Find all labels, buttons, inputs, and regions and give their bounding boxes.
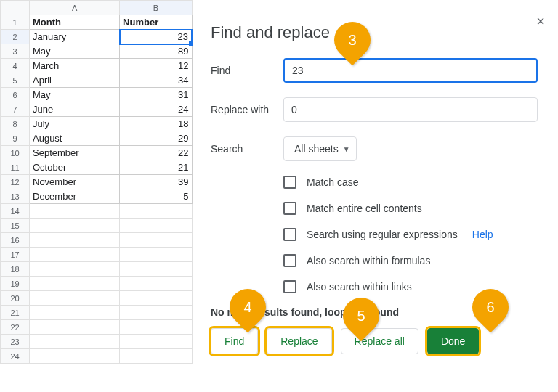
cell[interactable]: Month [30, 15, 120, 30]
help-link[interactable]: Help [472, 229, 493, 240]
check-match-case[interactable]: Match case [283, 176, 538, 189]
check-entire-cell[interactable]: Match entire cell contents [283, 202, 538, 215]
cell[interactable]: 23 [120, 30, 192, 44]
cell[interactable]: December [30, 189, 120, 204]
cell[interactable] [30, 349, 120, 364]
row-number[interactable]: 22 [1, 320, 30, 335]
row-number[interactable]: 6 [1, 88, 30, 102]
cell[interactable] [120, 219, 192, 233]
cell[interactable] [120, 306, 192, 320]
cell[interactable] [30, 277, 120, 291]
spreadsheet-grid[interactable]: A B 1MonthNumber2January233May894March12… [0, 0, 193, 364]
find-input[interactable] [283, 58, 538, 83]
replace-input[interactable] [283, 97, 538, 122]
cell[interactable]: May [30, 88, 120, 102]
row-number[interactable]: 18 [1, 262, 30, 277]
cell[interactable] [30, 306, 120, 320]
cell[interactable] [120, 248, 192, 262]
search-scope-value: All sheets [294, 143, 339, 155]
cell[interactable] [30, 233, 120, 248]
cell[interactable] [30, 291, 120, 306]
find-button[interactable]: Find [211, 328, 258, 354]
row-number[interactable]: 20 [1, 291, 30, 306]
cell[interactable]: 39 [120, 175, 192, 189]
row-number[interactable]: 19 [1, 277, 30, 291]
checkbox-icon[interactable] [283, 202, 296, 215]
row-number[interactable]: 2 [1, 30, 30, 44]
cell[interactable]: September [30, 146, 120, 160]
row-number[interactable]: 10 [1, 146, 30, 160]
cell[interactable]: 12 [120, 59, 192, 73]
cell[interactable]: 34 [120, 73, 192, 88]
cell[interactable]: Number [120, 15, 192, 30]
cell[interactable]: April [30, 73, 120, 88]
cell[interactable]: 22 [120, 146, 192, 160]
row-number[interactable]: 16 [1, 233, 30, 248]
row-number[interactable]: 7 [1, 102, 30, 117]
col-header-a[interactable]: A [30, 1, 120, 15]
check-label: Match case [307, 176, 359, 188]
checkbox-icon[interactable] [283, 254, 296, 267]
check-label: Also search within links [307, 281, 412, 293]
cell[interactable] [30, 219, 120, 233]
row-number[interactable]: 23 [1, 335, 30, 349]
cell[interactable] [120, 335, 192, 349]
checkbox-icon[interactable] [283, 176, 296, 189]
cell[interactable]: August [30, 131, 120, 146]
row-number[interactable]: 8 [1, 117, 30, 131]
cell[interactable]: 31 [120, 88, 192, 102]
cell[interactable] [120, 291, 192, 306]
col-header-b[interactable]: B [120, 1, 192, 15]
row-number[interactable]: 17 [1, 248, 30, 262]
cell[interactable]: 21 [120, 160, 192, 175]
cell[interactable]: 24 [120, 102, 192, 117]
corner-cell[interactable] [1, 1, 30, 15]
check-formulas[interactable]: Also search within formulas [283, 254, 538, 267]
row-number[interactable]: 4 [1, 59, 30, 73]
cell[interactable]: 29 [120, 131, 192, 146]
cell[interactable]: 18 [120, 117, 192, 131]
row-number[interactable]: 24 [1, 349, 30, 364]
cell[interactable]: May [30, 44, 120, 59]
cell[interactable] [30, 335, 120, 349]
cell[interactable] [120, 204, 192, 219]
row-number[interactable]: 5 [1, 73, 30, 88]
row-number[interactable]: 12 [1, 175, 30, 189]
close-icon[interactable]: × [536, 13, 545, 30]
search-label: Search [211, 143, 283, 155]
cell[interactable] [30, 320, 120, 335]
replace-button[interactable]: Replace [267, 328, 331, 354]
cell[interactable]: March [30, 59, 120, 73]
row-number[interactable]: 9 [1, 131, 30, 146]
search-scope-select[interactable]: All sheets ▼ [283, 136, 357, 161]
cell[interactable] [120, 277, 192, 291]
cell[interactable] [120, 233, 192, 248]
row-number[interactable]: 3 [1, 44, 30, 59]
row-number[interactable]: 1 [1, 15, 30, 30]
cell[interactable]: July [30, 117, 120, 131]
cell[interactable] [120, 262, 192, 277]
cell[interactable]: 89 [120, 44, 192, 59]
check-label: Match entire cell contents [307, 203, 422, 214]
row-number[interactable]: 14 [1, 204, 30, 219]
row-number[interactable]: 21 [1, 306, 30, 320]
checkbox-icon[interactable] [283, 228, 296, 241]
cell[interactable]: January [30, 30, 120, 44]
cell[interactable] [30, 248, 120, 262]
cell[interactable]: October [30, 160, 120, 175]
check-regex[interactable]: Search using regular expressions Help [283, 228, 538, 241]
cell[interactable] [120, 349, 192, 364]
done-button[interactable]: Done [427, 328, 479, 354]
cell[interactable]: 5 [120, 189, 192, 204]
cell[interactable] [30, 262, 120, 277]
cell[interactable] [30, 204, 120, 219]
cell[interactable] [120, 320, 192, 335]
check-label: Search using regular expressions [307, 229, 458, 240]
row-number[interactable]: 11 [1, 160, 30, 175]
row-number[interactable]: 15 [1, 219, 30, 233]
cell[interactable]: November [30, 175, 120, 189]
row-number[interactable]: 13 [1, 189, 30, 204]
check-label: Also search within formulas [307, 255, 430, 266]
cell[interactable]: June [30, 102, 120, 117]
checkbox-icon[interactable] [283, 280, 296, 293]
